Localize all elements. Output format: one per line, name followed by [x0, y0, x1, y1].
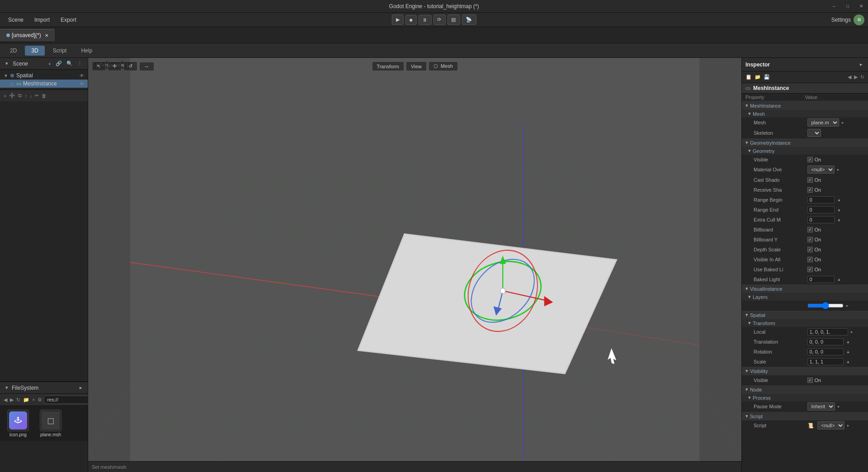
inspector-expand-button[interactable]: ▸ — [858, 61, 864, 68]
fs-forward-button[interactable]: ▶ — [9, 396, 14, 404]
fs-back-button[interactable]: ◀ — [3, 396, 8, 404]
prop-range-begin[interactable]: Range Begin ▲ — [742, 195, 868, 205]
subsection-mesh[interactable]: Mesh — [742, 110, 868, 118]
prop-range-end[interactable]: Range End ▲ — [742, 205, 868, 215]
prop-baked-light[interactable]: Baked Light ▲ — [742, 274, 868, 284]
prop-extra-cull[interactable]: Extra Cull M ▲ — [742, 215, 868, 225]
fs-panel-arrow[interactable]: ▸ — [78, 384, 84, 392]
filter-button[interactable]: 🔍 — [65, 60, 75, 67]
prop-translation-up[interactable]: ▲ — [845, 339, 851, 345]
prop-baked-light-input[interactable] — [807, 276, 835, 283]
prop-local-input[interactable] — [807, 328, 848, 335]
prop-translation-input[interactable] — [807, 338, 844, 345]
play-button[interactable]: ▶ — [392, 14, 404, 25]
inspector-save-button[interactable]: 💾 — [763, 73, 771, 81]
section-visual-instance[interactable]: VisualInstance — [742, 284, 868, 293]
prop-range-begin-up[interactable]: ▲ — [836, 197, 842, 203]
fs-refresh-button[interactable]: ↻ — [15, 396, 21, 404]
fs-settings-button[interactable]: ⚙ — [37, 396, 43, 404]
tree-item-spatial[interactable]: ▼ ⊕ Spatial 👁 — [0, 71, 88, 80]
movie-button[interactable]: ▤ — [447, 14, 460, 25]
prop-scale[interactable]: Scale ▲ — [742, 357, 868, 367]
prop-mesh-select[interactable]: plane.m — [807, 118, 839, 127]
tab-close-icon[interactable]: ✕ — [45, 33, 48, 38]
prop-script-arrow[interactable]: ▸ — [846, 422, 850, 429]
prop-pause-select[interactable]: Inherit — [807, 402, 835, 411]
prop-cast-shado[interactable]: Cast Shado ✓ On — [742, 175, 868, 185]
fs-add-button[interactable]: + — [31, 396, 36, 403]
prop-range-end-up[interactable]: ▲ — [836, 207, 842, 213]
tree-item-meshinstance[interactable]: ▷ ▭ MeshInstance 👁 — [0, 80, 88, 88]
view-button[interactable]: View — [406, 61, 427, 71]
stop-button[interactable]: ■ — [406, 15, 417, 25]
more-options-button[interactable]: ⋮ — [75, 60, 84, 67]
prop-script[interactable]: Script 📜 <null> ▸ — [742, 420, 868, 431]
transform-button[interactable]: Transform — [372, 61, 404, 71]
inspector-body[interactable]: MeshInstance Mesh Mesh plane.m ▸ Skeleto… — [742, 101, 868, 472]
prop-skeleton[interactable]: Skeleton — [742, 128, 868, 138]
prop-material-select[interactable]: <null> — [807, 165, 835, 174]
prop-scale-input[interactable] — [807, 358, 844, 365]
subsection-process[interactable]: Process — [742, 394, 868, 401]
prop-baked-light-up[interactable]: ▲ — [836, 276, 842, 283]
prop-use-baked-li[interactable]: Use Baked Li ✓ On — [742, 264, 868, 274]
view-tab-2d[interactable]: 2D — [4, 46, 23, 56]
prop-visible[interactable]: Visible ✓ On — [742, 155, 868, 165]
select-tool-button[interactable]: ↖ — [92, 61, 106, 71]
loop-button[interactable]: ⟳ — [433, 14, 445, 25]
inspector-history-button[interactable]: 📋 — [745, 73, 753, 81]
prop-depth-scale-checkbox[interactable]: ✓ — [807, 247, 813, 252]
prop-mesh[interactable]: Mesh plane.m ▸ — [742, 118, 868, 128]
scene-edit-button[interactable]: ✏ — [34, 92, 40, 99]
subsection-layers[interactable]: Layers — [742, 293, 868, 301]
prop-rotation-up[interactable]: ▲ — [845, 349, 851, 355]
prop-receive-sha[interactable]: Receive Sha ✓ On — [742, 185, 868, 195]
scene-add-button[interactable]: + — [3, 92, 7, 99]
section-geometry[interactable]: GeometryInstance — [742, 138, 868, 147]
fs-expand-button[interactable]: ▾ — [4, 384, 10, 392]
prop-translation[interactable]: Translation ▲ — [742, 337, 868, 347]
section-meshinstance[interactable]: MeshInstance — [742, 101, 868, 110]
prop-mesh-arrow[interactable]: ▸ — [841, 119, 845, 126]
prop-layers[interactable]: ▸ — [742, 301, 868, 311]
fs-item-plane[interactable]: ◻ plane.msh — [36, 410, 65, 437]
prop-visibility-visible[interactable]: Visible ✓ On — [742, 375, 868, 385]
prop-depth-scale[interactable]: Depth Scale ✓ On — [742, 245, 868, 255]
menu-item-scene[interactable]: Scene — [4, 15, 28, 25]
mesh-button[interactable]: ⬡ Mesh — [429, 61, 458, 71]
fs-folder-button[interactable]: 📁 — [22, 396, 30, 404]
prop-rotation-input[interactable] — [807, 348, 844, 355]
prop-range-end-input[interactable] — [807, 206, 835, 213]
scene-duplicate-button[interactable]: ⧉ — [17, 92, 23, 99]
prop-material-arrow[interactable]: ▸ — [836, 166, 840, 173]
view-tab-script[interactable]: Script — [47, 46, 73, 56]
menu-item-export[interactable]: Export — [56, 15, 81, 25]
prop-visible-all-checkbox[interactable]: ✓ — [807, 257, 813, 262]
prop-rotation[interactable]: Rotation ▲ — [742, 347, 868, 357]
prop-layers-slider[interactable] — [807, 302, 844, 309]
prop-range-begin-input[interactable] — [807, 196, 835, 203]
visibility-toggle-mesh[interactable]: 👁 — [80, 81, 84, 86]
section-node[interactable]: Node — [742, 385, 868, 394]
debug-button[interactable]: 📡 — [462, 14, 476, 25]
prop-scale-up[interactable]: ▲ — [845, 359, 851, 365]
maximize-button[interactable]: □ — [841, 0, 854, 13]
prop-extra-cull-input[interactable] — [807, 216, 835, 223]
subsection-transform[interactable]: Transform — [742, 319, 868, 327]
inspector-back-button[interactable]: ◀ — [847, 73, 852, 81]
prop-billboard-y[interactable]: Billboard Y ✓ On — [742, 235, 868, 245]
settings-label[interactable]: Settings — [831, 17, 851, 23]
prop-billboard[interactable]: Billboard ✓ On — [742, 225, 868, 235]
section-visibility[interactable]: Visibility — [742, 367, 868, 375]
rotate-tool-button[interactable]: ↺ — [123, 61, 137, 71]
scene-add2-button[interactable]: ➕ — [8, 92, 16, 99]
visibility-toggle-spatial[interactable]: 👁 — [80, 73, 84, 78]
prop-billboard-y-checkbox[interactable]: ✓ — [807, 237, 813, 242]
scene-delete-button[interactable]: 🗑 — [41, 92, 47, 99]
inspector-forward-button[interactable]: ▶ — [853, 73, 859, 81]
prop-script-select[interactable]: <null> — [817, 421, 844, 430]
prop-extra-cull-up[interactable]: ▲ — [836, 217, 842, 223]
prop-visible-in-all[interactable]: Visible In All ✓ On — [742, 255, 868, 264]
scene-panel-expand[interactable]: ▾ — [4, 60, 10, 67]
prop-receive-checkbox[interactable]: ✓ — [807, 187, 813, 193]
